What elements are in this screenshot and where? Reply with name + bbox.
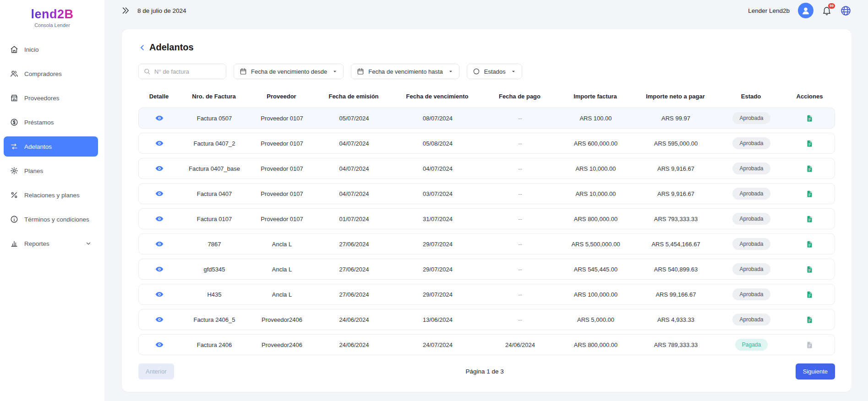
sidebar-item-label: Planes [24,168,43,174]
table-row: H435Ancla L27/06/202429/07/2024--ARS 100… [138,284,835,305]
column-header: Detalle [138,93,180,100]
receipt-file-icon[interactable] [806,114,813,122]
receipt-file-icon[interactable] [806,341,813,349]
view-detail-eye-icon[interactable] [155,164,164,173]
table-row: Factura 0407_baseProveedor 010704/07/202… [138,158,835,179]
column-header: Fecha de emisión [315,93,393,100]
view-detail-eye-icon[interactable] [155,215,164,223]
sidebar-item-relaciones[interactable]: Relaciones y planes [4,185,98,205]
invoice-number: Factura 0407_2 [180,140,249,147]
status-badge: Aprobada [732,188,770,200]
issue-date: 05/07/2024 [315,115,393,122]
status-badge: Aprobada [732,112,770,124]
sidebar-collapse-icon[interactable] [121,6,130,15]
filter-label: Estados [484,68,506,75]
view-detail-eye-icon[interactable] [155,290,164,298]
invoice-search [138,64,226,79]
brand-subtitle: Consola Lender [0,22,104,28]
receipt-file-icon[interactable] [806,190,813,198]
sidebar-item-label: Proveedores [24,95,60,102]
brand-logo: lend2B [31,7,73,22]
net-amount: ARS 9,916.67 [633,165,718,172]
invoice-number: Factura 2406_5 [180,316,249,323]
status-badge: Aprobada [732,213,770,225]
due-date: 31/07/2024 [393,216,482,222]
gear-icon [10,167,18,175]
receipt-file-icon[interactable] [806,240,813,248]
transfer-arrows-icon [10,142,18,151]
table-row: Factura 2406Proveedor240624/06/202424/07… [138,334,835,355]
net-amount: ARS 5,454,166.67 [633,241,718,248]
date-to-filter[interactable]: Fecha de vencimiento hasta [351,64,459,79]
due-date: 29/07/2024 [393,266,482,273]
payment-date: -- [482,266,558,273]
view-detail-eye-icon[interactable] [155,265,164,273]
sidebar-item-reportes[interactable]: Reportes [4,233,98,254]
next-page-button[interactable]: Siguiente [796,363,835,379]
receipt-file-icon[interactable] [806,140,813,147]
column-header: Estado [718,93,784,100]
filters-bar: Fecha de vencimiento desde Fecha de venc… [138,64,835,79]
receipt-file-icon[interactable] [806,215,813,223]
date-from-filter[interactable]: Fecha de vencimiento desde [234,64,344,79]
receipt-file-icon[interactable] [806,165,813,173]
content-card: Adelantos Fecha de vencimiento desde Fec… [122,29,852,392]
main-area: 8 de julio de 2024 Lender Lend2b 99 Adel… [104,0,868,392]
sidebar-item-terminos[interactable]: Términos y condiciones [4,209,98,229]
status-badge: Aprobada [732,238,770,250]
column-header: Fecha de vencimiento [393,93,482,100]
table-body: Factura 0507Proveedor 010705/07/202408/0… [138,108,835,355]
table-row: Factura 0107Proveedor 010701/07/202431/0… [138,208,835,229]
view-detail-eye-icon[interactable] [155,341,164,349]
payment-date: -- [482,216,558,222]
column-header: Importe neto a pagar [633,93,718,100]
sidebar-nav: Inicio Compradores Proveedores Préstamos… [0,31,104,254]
notifications-button[interactable]: 99 [822,5,832,16]
sidebar-item-compradores[interactable]: Compradores [4,64,98,84]
view-detail-eye-icon[interactable] [155,315,164,324]
sidebar-item-proveedores[interactable]: Proveedores [4,88,98,108]
invoice-number: 7867 [180,241,249,248]
issue-date: 24/06/2024 [315,316,393,323]
invoice-amount: ARS 100.00 [558,115,633,122]
chevron-down-icon [85,240,92,247]
due-date: 29/07/2024 [393,291,482,298]
issue-date: 27/06/2024 [315,241,393,248]
invoice-number: H435 [180,291,249,298]
language-globe-icon[interactable] [840,5,852,16]
sidebar-item-label: Relaciones y planes [24,192,80,199]
caret-down-icon [332,69,338,74]
issue-date: 04/07/2024 [315,140,393,147]
due-date: 24/07/2024 [393,341,482,348]
previous-page-button[interactable]: Anterior [138,363,174,379]
status-badge: Aprobada [732,314,770,325]
sidebar-item-label: Adelantos [24,143,52,150]
provider-name: Proveedor 0107 [249,165,315,172]
view-detail-eye-icon[interactable] [155,139,164,147]
states-filter[interactable]: Estados [467,64,522,79]
topbar-right: Lender Lend2b 99 [748,3,852,18]
topbar: 8 de julio de 2024 Lender Lend2b 99 [104,0,868,21]
provider-name: Proveedor2406 [249,316,315,323]
users-icon [10,70,18,78]
column-header: Acciones [784,93,835,100]
receipt-file-icon[interactable] [806,316,813,324]
provider-name: Proveedor2406 [249,341,315,348]
issue-date: 04/07/2024 [315,165,393,172]
receipt-file-icon[interactable] [806,266,813,273]
invoice-number: Factura 0407 [180,190,249,197]
receipt-file-icon[interactable] [806,291,813,298]
due-date: 29/07/2024 [393,241,482,248]
sidebar-item-label: Reportes [24,240,49,247]
sidebar-item-adelantos[interactable]: Adelantos [4,136,98,157]
view-detail-eye-icon[interactable] [155,190,164,198]
view-detail-eye-icon[interactable] [155,114,164,122]
sidebar-item-planes[interactable]: Planes [4,161,98,181]
sidebar-item-inicio[interactable]: Inicio [4,39,98,60]
net-amount: ARS 789,333.33 [633,341,718,348]
view-detail-eye-icon[interactable] [155,240,164,248]
search-input[interactable] [154,68,221,75]
user-avatar[interactable] [798,3,813,18]
back-chevron-icon[interactable] [138,43,147,52]
sidebar-item-prestamos[interactable]: Préstamos [4,112,98,132]
